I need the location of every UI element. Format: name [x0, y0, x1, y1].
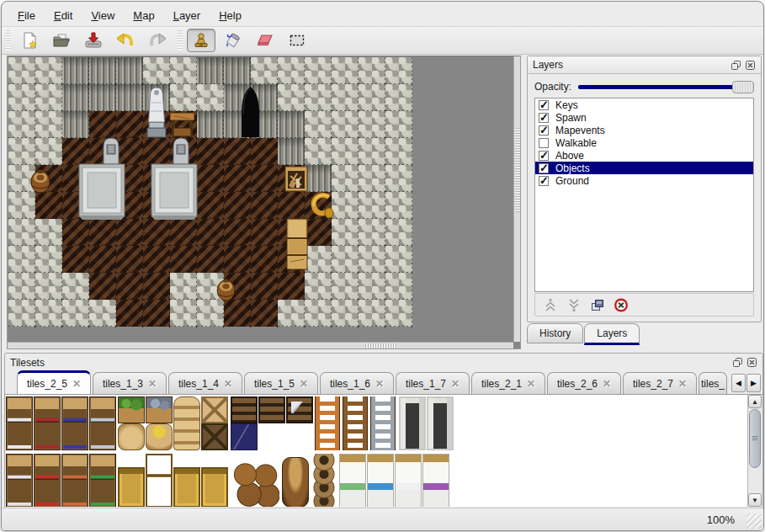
map-tile[interactable] [385, 111, 412, 138]
map-tile[interactable] [332, 84, 359, 111]
scroll-tabs-left-button[interactable]: ◀ [731, 374, 746, 392]
redo-button[interactable] [143, 29, 172, 52]
map-tile[interactable] [305, 57, 332, 84]
map-tile[interactable] [251, 273, 278, 300]
map-tile[interactable] [385, 84, 412, 111]
map-tile[interactable] [170, 300, 197, 327]
map-tile[interactable] [197, 165, 224, 192]
close-tab-icon[interactable]: ✕ [527, 378, 535, 390]
tileset-tile-crate-dark[interactable] [231, 396, 258, 423]
map-tile[interactable] [332, 246, 359, 273]
map-tile[interactable] [359, 111, 385, 138]
tileset-tile-crate-open[interactable] [173, 467, 200, 507]
map-tile[interactable] [251, 300, 278, 327]
tileset-tab-tiles_2_6[interactable]: tiles_2_6✕ [547, 372, 621, 394]
close-tab-icon[interactable]: ✕ [72, 378, 81, 390]
tileset-tile-sack[interactable] [118, 423, 145, 450]
layer-row-spawn[interactable]: Spawn [535, 111, 753, 124]
tileset-tile-stand-veg[interactable] [118, 396, 145, 423]
close-tab-icon[interactable]: ✕ [300, 378, 308, 390]
tileset-scroll-thumb[interactable] [749, 409, 761, 468]
map-tile[interactable] [170, 57, 197, 84]
map-tile[interactable] [224, 300, 251, 327]
layer-row-objects[interactable]: Objects [535, 162, 753, 174]
tileset-tab-tiles_1_4[interactable]: tiles_1_4✕ [168, 372, 242, 394]
map-tile[interactable] [224, 246, 251, 273]
map-tile[interactable] [89, 111, 116, 138]
tileset-tile-shelf2[interactable] [89, 454, 116, 507]
map-tile[interactable] [170, 273, 197, 300]
map-tile[interactable] [278, 111, 305, 138]
dock-tab-history[interactable]: History [527, 323, 583, 343]
map-tile[interactable] [305, 219, 332, 246]
map-tile[interactable] [305, 138, 332, 165]
tileset-tile-crate-open[interactable] [201, 467, 228, 507]
map-tile[interactable] [251, 192, 278, 219]
tileset-tile-crate-open[interactable] [118, 467, 145, 507]
statue-map-object[interactable] [146, 86, 167, 138]
map-horizontal-scroll-thumb[interactable] [365, 343, 397, 348]
map-tile[interactable] [278, 273, 305, 300]
map-tile[interactable] [305, 165, 332, 192]
map-tile[interactable] [170, 84, 197, 111]
opacity-slider[interactable] [578, 80, 754, 93]
map-tile[interactable] [385, 300, 412, 327]
map-horizontal-scrollbar[interactable] [8, 342, 513, 348]
float-panel-icon[interactable] [732, 357, 743, 368]
tileset-vertical-scrollbar[interactable]: ▲ ▼ [747, 395, 762, 507]
map-tile[interactable] [143, 57, 170, 84]
map-tile[interactable] [332, 192, 359, 219]
map-tile[interactable] [143, 273, 170, 300]
map-tile[interactable] [278, 57, 305, 84]
map-tile[interactable] [197, 57, 224, 84]
map-tile[interactable] [89, 273, 116, 300]
map-tile[interactable] [170, 219, 197, 246]
tileset-tile-crate-metal[interactable] [286, 396, 313, 423]
map-tile[interactable] [116, 300, 143, 327]
tileset-tile-ladder[interactable] [315, 396, 340, 450]
menu-file[interactable]: File [8, 6, 45, 25]
map-tile[interactable] [278, 300, 305, 327]
map-tile[interactable] [359, 84, 385, 111]
horn-map-object[interactable] [309, 192, 334, 220]
map-tile[interactable] [116, 57, 143, 84]
map-tile[interactable] [35, 300, 62, 327]
layer-visibility-checkbox[interactable] [539, 125, 549, 136]
tileset-tab-tiles_1_7[interactable]: tiles_1_7✕ [396, 372, 470, 394]
map-tile[interactable] [62, 111, 89, 138]
close-panel-icon[interactable] [746, 357, 757, 368]
tileset-tab-tiles_2_5[interactable]: tiles_2_5✕ [17, 370, 91, 394]
tileset-tile-shelf2[interactable] [34, 454, 61, 507]
tileset-tab-tiles_2_1[interactable]: tiles_2_1✕ [471, 372, 545, 394]
map-tile[interactable] [385, 138, 412, 165]
map-tile[interactable] [197, 219, 224, 246]
toolbar-drag-handle[interactable] [5, 30, 11, 51]
map-tile[interactable] [89, 84, 116, 111]
tileset-tile-stand-fish[interactable] [146, 396, 173, 423]
tileset-tab-tiles_[interactable]: tiles_ [699, 372, 727, 394]
map-tile[interactable] [251, 165, 278, 192]
map-tile[interactable] [197, 84, 224, 111]
tileset-tile-crate-x[interactable] [201, 396, 228, 423]
map-tile[interactable] [8, 273, 35, 300]
map-tile[interactable] [89, 246, 116, 273]
layer-row-keys[interactable]: Keys [535, 98, 753, 111]
close-panel-icon[interactable] [745, 60, 756, 71]
grave-map-object[interactable] [101, 136, 121, 165]
map-viewport[interactable] [7, 56, 521, 349]
save-file-button[interactable] [79, 29, 108, 52]
undo-button[interactable] [111, 29, 140, 52]
map-tile[interactable] [197, 111, 224, 138]
map-tile[interactable] [359, 192, 385, 219]
map-tile[interactable] [359, 219, 385, 246]
layer-visibility-checkbox[interactable] [539, 138, 549, 148]
map-tile[interactable] [305, 300, 332, 327]
map-tile[interactable] [359, 165, 385, 192]
map-tile[interactable] [359, 57, 385, 84]
map-tile[interactable] [116, 84, 143, 111]
tileset-tile-shelf2[interactable] [61, 454, 88, 507]
map-tile[interactable] [385, 165, 412, 192]
toolbar-drag-handle[interactable] [177, 30, 183, 51]
lower-layer-button[interactable] [562, 295, 586, 315]
tileset-tile-bed[interactable] [339, 454, 366, 507]
